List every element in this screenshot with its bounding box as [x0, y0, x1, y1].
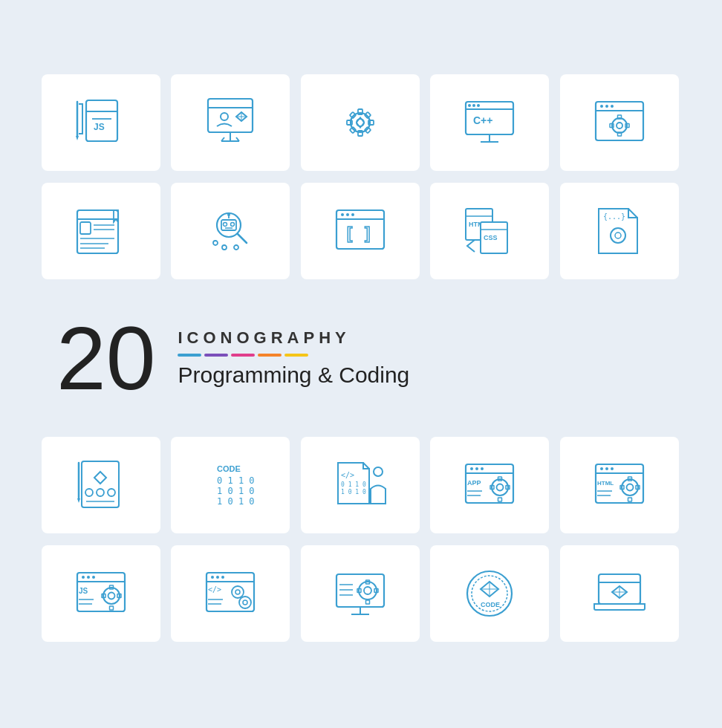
icon-cell-robot-search — [171, 183, 290, 279]
icon-cell-diamond-gear — [301, 74, 420, 171]
svg-point-126 — [87, 576, 90, 579]
icon-cell-monitor-gear — [301, 545, 420, 642]
svg-point-15 — [351, 113, 370, 132]
svg-point-7 — [221, 113, 228, 120]
svg-text:HTML: HTML — [597, 480, 614, 487]
icon-row-4: JS </> — [42, 545, 680, 642]
svg-text:JS: JS — [94, 122, 105, 132]
icon-cell-browser-gear — [560, 74, 679, 171]
svg-text:CODE: CODE — [481, 601, 500, 608]
svg-point-140 — [216, 576, 219, 579]
svg-point-154 — [364, 587, 371, 594]
svg-rect-106 — [498, 498, 502, 501]
svg-point-148 — [243, 600, 247, 605]
icon-cell-browser-bracket: [ ] — [301, 183, 420, 279]
svg-point-55 — [224, 223, 227, 227]
bar-purple — [204, 354, 228, 357]
svg-point-78 — [615, 233, 621, 238]
svg-point-62 — [222, 245, 227, 250]
svg-text:CODE: CODE — [217, 464, 241, 473]
svg-point-40 — [617, 123, 622, 129]
svg-text:[: [ — [347, 224, 353, 242]
icon-cell-file-binary-person: </> 0 1 1 0 1 0 1 0 — [301, 437, 420, 533]
bar-pink — [231, 354, 255, 357]
icon-cell-laptop-diamond — [560, 545, 679, 642]
icon-cell-binary-code: CODE 0 1 1 0 1 0 1 0 1 0 1 0 1 — [171, 437, 290, 533]
svg-point-145 — [232, 586, 244, 598]
svg-point-66 — [341, 213, 344, 216]
svg-point-97 — [470, 467, 473, 470]
svg-point-28 — [468, 104, 471, 107]
icon-cell-cpp-monitor: C++ — [430, 74, 549, 171]
icon-cell-html-css: HTML CSS — [430, 183, 549, 279]
svg-point-37 — [605, 105, 608, 108]
bar-orange — [258, 354, 282, 357]
svg-point-16 — [357, 119, 364, 126]
svg-point-125 — [82, 576, 85, 579]
svg-text:APP: APP — [467, 479, 481, 487]
icon-cell-code-gear-browser: </> — [171, 545, 290, 642]
svg-point-83 — [85, 489, 93, 496]
svg-line-60 — [238, 234, 247, 243]
svg-point-59 — [227, 213, 230, 216]
svg-rect-134 — [110, 606, 114, 610]
svg-point-98 — [475, 467, 478, 470]
svg-text:1 0 1 0: 1 0 1 0 — [217, 486, 255, 496]
svg-point-68 — [351, 213, 354, 216]
svg-point-84 — [97, 489, 104, 496]
svg-text:CSS: CSS — [484, 234, 498, 241]
svg-rect-41 — [617, 115, 621, 119]
svg-rect-47 — [80, 222, 91, 234]
svg-point-112 — [605, 467, 608, 470]
svg-point-132 — [108, 593, 115, 599]
icon-cell-diamond-presentation — [171, 74, 290, 171]
svg-text:JS: JS — [79, 587, 88, 595]
svg-point-94 — [374, 467, 383, 476]
svg-point-111 — [600, 467, 603, 470]
svg-point-77 — [611, 228, 625, 243]
icon-row-2: [ ] HTML CSS — [42, 183, 680, 279]
svg-marker-82 — [94, 472, 106, 484]
bar-blue — [178, 354, 201, 357]
svg-point-104 — [497, 484, 504, 491]
svg-rect-45 — [77, 210, 118, 253]
middle-text-block: ICONOGRAPHY Programming & Coding — [178, 328, 409, 388]
svg-rect-34 — [596, 102, 643, 140]
icon-row-3: CODE 0 1 1 0 1 0 1 0 1 0 1 0 1 </> 0 1 1… — [42, 437, 680, 533]
svg-text:]: ] — [365, 224, 370, 242]
svg-point-30 — [477, 104, 480, 107]
svg-text:</>: </> — [208, 585, 221, 594]
category-label: ICONOGRAPHY — [178, 328, 409, 348]
svg-text:1 0 1 0 1: 1 0 1 0 1 — [217, 496, 260, 507]
svg-point-85 — [108, 489, 115, 496]
svg-text:0 1 1 0: 0 1 1 0 — [217, 475, 255, 486]
svg-rect-23 — [350, 127, 356, 133]
main-container: JS — [27, 52, 695, 676]
svg-rect-64 — [336, 210, 384, 249]
icon-count: 20 — [56, 313, 155, 403]
svg-rect-0 — [86, 100, 117, 141]
svg-point-113 — [611, 467, 614, 470]
svg-rect-120 — [628, 498, 631, 501]
svg-text:0 1 1 0: 0 1 1 0 — [341, 481, 366, 488]
svg-point-29 — [472, 104, 475, 107]
icon-cell-web-content — [42, 183, 160, 279]
svg-point-61 — [213, 241, 218, 245]
icon-cell-file-gear: {...} — [560, 183, 679, 279]
svg-point-63 — [234, 245, 238, 250]
svg-text:{...}: {...} — [603, 212, 625, 221]
svg-point-56 — [231, 223, 235, 227]
icon-cell-js-notebook: JS — [42, 74, 160, 171]
svg-text:1 0 1 0: 1 0 1 0 — [341, 489, 366, 495]
color-bars — [178, 354, 409, 357]
svg-text:C++: C++ — [473, 114, 492, 126]
svg-rect-156 — [365, 600, 369, 604]
icon-row-1: JS — [42, 74, 680, 171]
svg-point-141 — [221, 576, 224, 579]
icon-cell-js-gear-browser: JS — [42, 545, 160, 642]
icon-set-title: Programming & Coding — [178, 363, 409, 388]
svg-point-38 — [611, 105, 614, 108]
svg-point-147 — [239, 597, 251, 608]
icon-cell-html-gear: HTML — [560, 437, 679, 533]
svg-point-146 — [235, 590, 240, 594]
